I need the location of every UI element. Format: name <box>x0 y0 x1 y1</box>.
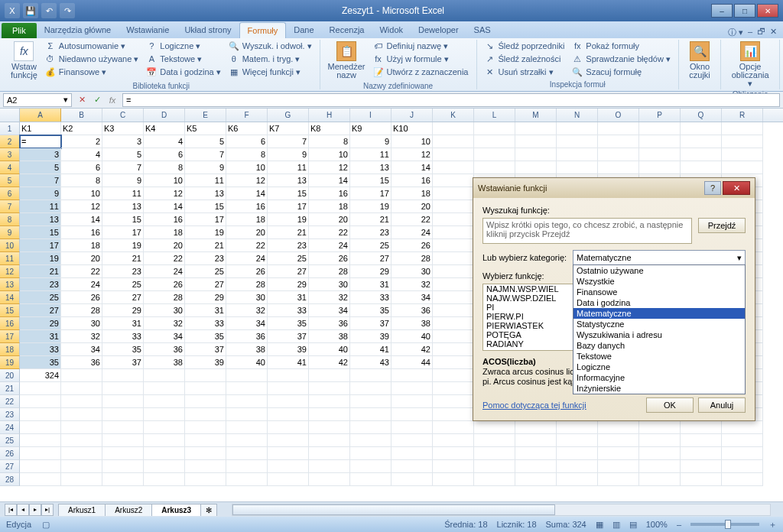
cell[interactable] <box>144 369 185 382</box>
cell[interactable]: 32 <box>61 330 102 343</box>
row-header[interactable]: 11 <box>0 252 20 265</box>
cell[interactable]: 30 <box>226 291 268 304</box>
cell[interactable] <box>226 447 268 460</box>
view-layout-icon[interactable]: ▥ <box>612 520 620 530</box>
cell[interactable]: 42 <box>309 356 350 369</box>
cell[interactable] <box>20 460 61 473</box>
cell[interactable] <box>598 148 639 161</box>
cell[interactable]: 31 <box>185 304 226 317</box>
cell[interactable] <box>433 161 474 174</box>
row-header[interactable]: 12 <box>0 265 20 278</box>
cell[interactable] <box>639 447 681 460</box>
cell[interactable]: 23 <box>350 226 392 239</box>
cell[interactable]: 25 <box>185 265 226 278</box>
cell[interactable] <box>392 434 433 447</box>
cell[interactable] <box>722 447 763 460</box>
cell[interactable]: 10 <box>226 161 268 174</box>
cell[interactable] <box>61 434 102 447</box>
search-input[interactable]: Wpisz krótki opis tego, co chcesz zrobić… <box>482 218 692 244</box>
cell[interactable] <box>102 408 144 421</box>
cell[interactable]: 24 <box>61 278 102 291</box>
name-manager-button[interactable]: 📋 Menedżer nazw <box>325 40 369 81</box>
cell[interactable]: 11 <box>350 148 392 161</box>
cell[interactable]: 27 <box>20 304 61 317</box>
cell[interactable] <box>598 460 639 473</box>
cell[interactable] <box>557 421 598 434</box>
ok-button[interactable]: OK <box>646 397 694 413</box>
category-option[interactable]: Matematyczne <box>573 308 745 319</box>
cell[interactable] <box>350 421 392 434</box>
category-dropdown[interactable]: Ostatnio używaneWszystkieFinansoweData i… <box>573 264 746 394</box>
cell[interactable]: 33 <box>185 317 226 330</box>
cell[interactable]: K5 <box>185 122 226 135</box>
cell[interactable] <box>433 343 474 356</box>
cell[interactable] <box>433 369 474 382</box>
row-header[interactable]: 3 <box>0 148 20 161</box>
cell[interactable]: 22 <box>144 252 185 265</box>
cell[interactable]: 27 <box>350 252 392 265</box>
column-header[interactable]: A <box>20 109 61 122</box>
cell[interactable]: 35 <box>268 317 309 330</box>
view-pagebreak-icon[interactable]: ▤ <box>629 520 637 530</box>
cell[interactable] <box>722 122 763 135</box>
cell[interactable]: 15 <box>350 174 392 187</box>
watch-window-button[interactable]: 🔍 Okno czujki <box>684 40 716 81</box>
tab-sas[interactable]: SAS <box>466 22 499 38</box>
cell[interactable] <box>144 447 185 460</box>
cell[interactable]: 13 <box>185 187 226 200</box>
cell[interactable]: 7 <box>102 161 144 174</box>
cell[interactable] <box>392 473 433 486</box>
cell[interactable] <box>268 382 309 395</box>
cell[interactable] <box>268 447 309 460</box>
cell[interactable]: 20 <box>61 252 102 265</box>
cell[interactable]: 20 <box>392 200 433 213</box>
cell[interactable] <box>722 135 763 148</box>
cell[interactable] <box>309 408 350 421</box>
cell[interactable]: 10 <box>61 187 102 200</box>
cell[interactable] <box>309 421 350 434</box>
cell[interactable] <box>433 187 474 200</box>
cell[interactable] <box>722 434 763 447</box>
cell[interactable]: 18 <box>144 226 185 239</box>
name-box[interactable]: A2 ▾ <box>3 93 72 107</box>
row-header[interactable]: 25 <box>0 434 20 447</box>
cell[interactable] <box>515 148 557 161</box>
cell[interactable] <box>515 447 557 460</box>
cell[interactable] <box>350 434 392 447</box>
cell[interactable] <box>433 382 474 395</box>
cell[interactable] <box>185 408 226 421</box>
cell[interactable]: 11 <box>20 200 61 213</box>
cell[interactable] <box>268 369 309 382</box>
cell[interactable]: 31 <box>350 278 392 291</box>
column-header[interactable]: I <box>350 109 392 122</box>
cell[interactable] <box>433 226 474 239</box>
cell[interactable]: 18 <box>61 239 102 252</box>
cell[interactable] <box>681 161 722 174</box>
tab-widok[interactable]: Widok <box>372 22 411 38</box>
cell[interactable] <box>144 473 185 486</box>
cell[interactable] <box>268 408 309 421</box>
cancel-button[interactable]: Anuluj <box>698 397 746 413</box>
category-option[interactable]: Bazy danych <box>573 340 745 351</box>
cell[interactable] <box>392 447 433 460</box>
cell[interactable] <box>557 161 598 174</box>
cell[interactable]: 17 <box>268 200 309 213</box>
cell[interactable]: 17 <box>102 226 144 239</box>
cell[interactable] <box>557 473 598 486</box>
cell[interactable] <box>639 148 681 161</box>
cell[interactable] <box>350 382 392 395</box>
cell[interactable]: 21 <box>268 226 309 239</box>
cell[interactable]: 24 <box>144 265 185 278</box>
ribbon-item[interactable]: 🔍Szacuj formułę <box>569 66 674 78</box>
ribbon-item[interactable]: 💰Finansowe ▾ <box>42 66 141 78</box>
cell[interactable] <box>433 460 474 473</box>
cell[interactable]: 12 <box>309 161 350 174</box>
cell[interactable] <box>144 382 185 395</box>
cell[interactable] <box>309 369 350 382</box>
cell[interactable]: 34 <box>226 317 268 330</box>
cell[interactable] <box>185 473 226 486</box>
cell[interactable]: 16 <box>226 200 268 213</box>
cell[interactable] <box>598 135 639 148</box>
row-header[interactable]: 27 <box>0 460 20 473</box>
sheet-nav-prev[interactable]: ◂ <box>17 504 29 516</box>
